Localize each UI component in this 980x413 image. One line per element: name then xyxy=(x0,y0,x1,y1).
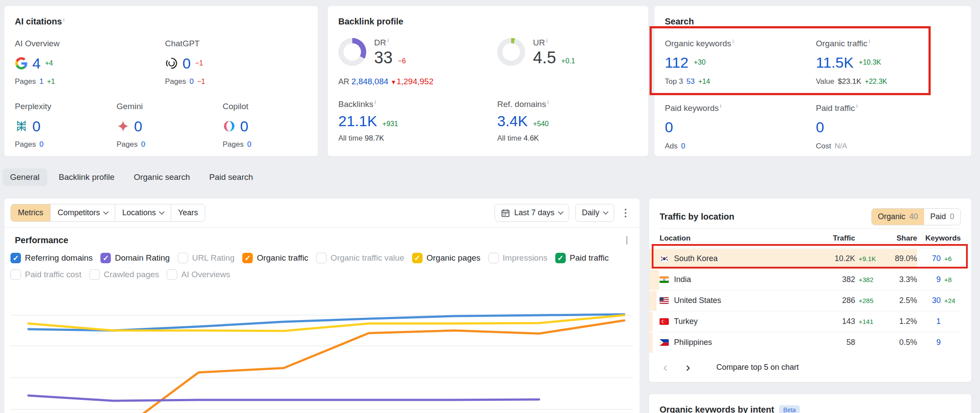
performance-title: Performance xyxy=(15,235,68,245)
paid-keywords-value[interactable]: 0 xyxy=(665,119,673,136)
unchecked-checkbox-icon[interactable] xyxy=(316,253,327,263)
paid-traffic-label: Paid traffic xyxy=(816,103,855,113)
metric-label: Copilot xyxy=(223,102,307,111)
backlinks-delta: +931 xyxy=(382,120,398,128)
pages-value[interactable]: 1 xyxy=(39,77,43,86)
ai-citations-card: AI citations AI Overview 4 +4 Pages1+1 C… xyxy=(4,6,318,156)
more-options-button[interactable] xyxy=(620,206,631,220)
keywords-by-intent-card: Organic keywords by intent Beta xyxy=(649,394,971,413)
compare-top5-link[interactable]: Compare top 5 on chart xyxy=(716,363,799,372)
unchecked-checkbox-icon[interactable] xyxy=(178,253,188,263)
col-location: Location xyxy=(660,234,813,243)
organic-traffic-value[interactable]: 11.5K xyxy=(816,54,853,71)
competitors-dropdown[interactable]: Competitors xyxy=(50,204,115,221)
metric-gemini: Gemini 0 Pages0 xyxy=(117,102,223,149)
date-range-picker[interactable]: Last 7 days xyxy=(495,204,569,222)
metric-value[interactable]: 4 xyxy=(32,55,41,72)
chart-filter-group: Metrics Competitors Locations Years xyxy=(10,204,205,222)
keywords-delta: +8 xyxy=(941,276,961,283)
chart-toolbar: Metrics Competitors Locations Years Last… xyxy=(4,199,640,227)
location-row-india[interactable]: India 382 +382 3.3% 9 +8 xyxy=(660,269,961,290)
checked-checkbox-icon[interactable] xyxy=(10,253,21,263)
metrics-button[interactable]: Metrics xyxy=(11,204,50,221)
ads-value[interactable]: 0 xyxy=(681,142,685,151)
pages-value[interactable]: 0 xyxy=(39,140,43,149)
top3-value[interactable]: 53 xyxy=(687,77,695,86)
checkbox-referring-domains[interactable]: Referring domains xyxy=(10,253,93,263)
col-traffic: Traffic xyxy=(813,234,855,243)
location-row-turkey[interactable]: Turkey 143 +141 1.2% 1 xyxy=(660,311,961,332)
tab-organic-search[interactable]: Organic search xyxy=(126,169,197,186)
checked-checkbox-icon[interactable] xyxy=(242,253,253,263)
location-name: South Korea xyxy=(674,254,718,263)
paid-traffic-value[interactable]: 0 xyxy=(816,119,824,136)
tab-general[interactable]: General xyxy=(3,169,47,186)
ar-delta: 1,294,952 xyxy=(396,77,433,86)
location-name: India xyxy=(674,275,691,284)
toggle-paid[interactable]: Paid0 xyxy=(924,209,960,225)
metric-value[interactable]: 0 xyxy=(182,55,191,72)
metric-label: Perplexity xyxy=(15,102,117,111)
location-row-philippines[interactable]: Philippines 58 0.5% 9 xyxy=(660,332,961,353)
traffic-value: 10.2K xyxy=(813,254,855,263)
pages-value[interactable]: 0 xyxy=(247,140,251,149)
years-button[interactable]: Years xyxy=(171,204,205,221)
checkbox-domain-rating[interactable]: Domain Rating xyxy=(100,253,170,263)
dr-label: DR xyxy=(374,38,386,47)
checkbox-organic-traffic[interactable]: Organic traffic xyxy=(242,253,308,263)
checkbox-organic-pages[interactable]: Organic pages xyxy=(412,253,481,263)
unchecked-checkbox-icon[interactable] xyxy=(167,269,177,280)
ref-domains-delta: +540 xyxy=(533,120,549,128)
ur-delta: +0.1 xyxy=(561,57,575,65)
granularity-dropdown[interactable]: Daily xyxy=(575,204,614,222)
toggle-organic[interactable]: Organic40 xyxy=(872,209,924,225)
keywords-delta: +6 xyxy=(941,255,961,262)
locations-dropdown[interactable]: Locations xyxy=(115,204,171,221)
copilot-icon xyxy=(223,120,236,133)
organic-paid-toggle: Organic40 Paid0 xyxy=(871,208,961,225)
chevron-down-icon xyxy=(558,209,564,215)
location-row-united-states[interactable]: United States 286 +285 2.5% 30 +24 xyxy=(660,290,961,311)
organic-keywords-value[interactable]: 112 xyxy=(665,54,688,71)
metric-value[interactable]: 0 xyxy=(240,118,248,135)
location-row-south-korea[interactable]: South Korea 10.2K +9.1K 89.0% 70 +6 xyxy=(660,248,961,269)
alltime-value: 98.7K xyxy=(364,134,384,142)
search-title: Search xyxy=(665,17,694,26)
keywords-value[interactable]: 1 xyxy=(917,317,941,326)
checked-checkbox-icon[interactable] xyxy=(555,253,566,263)
backlinks-value[interactable]: 21.1K xyxy=(338,113,377,130)
checkbox-paid-traffic[interactable]: Paid traffic xyxy=(555,253,609,263)
unchecked-checkbox-icon[interactable] xyxy=(488,253,499,263)
metric-value[interactable]: 0 xyxy=(32,118,41,135)
ar-value[interactable]: 2,848,084 xyxy=(351,77,389,86)
performance-chart xyxy=(4,286,640,413)
checkbox-paid-traffic-cost[interactable]: Paid traffic cost xyxy=(10,269,82,280)
ur-label: UR xyxy=(533,38,545,47)
checkbox-url-rating[interactable]: URL Rating xyxy=(178,253,235,263)
unchecked-checkbox-icon[interactable] xyxy=(10,269,21,280)
collapse-section-button[interactable] xyxy=(625,234,629,246)
pages-value[interactable]: 0 xyxy=(189,77,193,86)
keywords-value[interactable]: 9 xyxy=(917,275,941,284)
checked-checkbox-icon[interactable] xyxy=(412,253,423,263)
metric-delta: −1 xyxy=(195,59,203,67)
checkbox-crawled-pages[interactable]: Crawled pages xyxy=(89,269,159,280)
checkbox-ai-overviews[interactable]: AI Overviews xyxy=(167,269,230,280)
tab-paid-search[interactable]: Paid search xyxy=(202,169,260,186)
chevron-up-icon xyxy=(626,236,627,244)
keywords-value[interactable]: 9 xyxy=(917,338,941,347)
tab-backlink-profile[interactable]: Backlink profile xyxy=(52,169,122,186)
unchecked-checkbox-icon[interactable] xyxy=(89,269,100,280)
checkbox-impressions[interactable]: Impressions xyxy=(488,253,547,263)
checked-checkbox-icon[interactable] xyxy=(100,253,111,263)
checkbox-organic-traffic-value[interactable]: Organic traffic value xyxy=(316,253,404,263)
ref-domains-value[interactable]: 3.4K xyxy=(497,113,528,130)
pages-value[interactable]: 0 xyxy=(141,140,145,149)
metric-value[interactable]: 0 xyxy=(134,118,142,135)
backlinks-label: Backlinks xyxy=(338,100,373,109)
keywords-value[interactable]: 70 xyxy=(917,254,941,263)
prev-page-button[interactable]: ‹ xyxy=(660,361,671,374)
pages-label: Pages xyxy=(15,140,36,149)
next-page-button[interactable]: › xyxy=(682,361,694,374)
keywords-value[interactable]: 30 xyxy=(917,296,941,305)
